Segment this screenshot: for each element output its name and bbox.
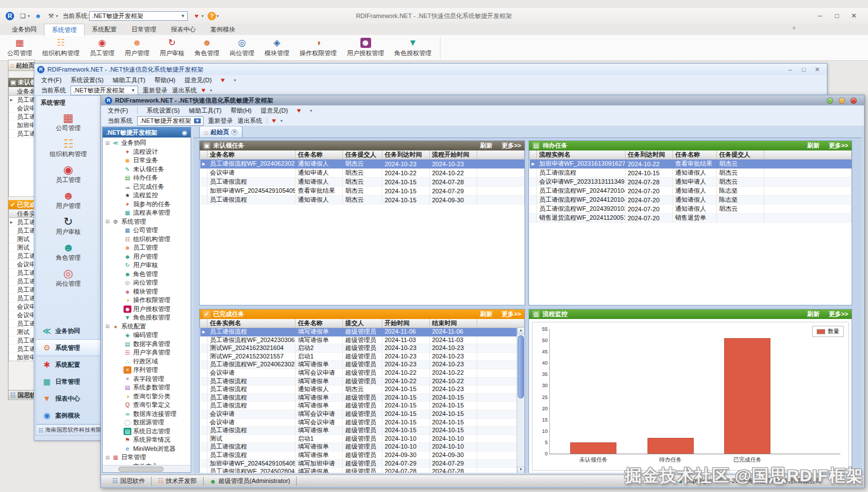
- table-row[interactable]: 员工请假流程通知请假人胡杰云2024-10-152024-09-30: [200, 196, 525, 205]
- list-item[interactable]: 员工请假流程: [9, 252, 34, 260]
- table-row[interactable]: 员工请假流程WF_202423030623...填写请假单超级管理员2024-1…: [200, 336, 525, 344]
- tree-item[interactable]: ☻ 用户管理: [103, 252, 191, 261]
- current-system-combobox[interactable]: .NET敏捷开发框架 ▼: [89, 11, 188, 21]
- menu-item[interactable]: 文件(F): [41, 76, 61, 85]
- tree-item[interactable]: ∞ 数据库连接管理: [103, 410, 191, 419]
- tree-item[interactable]: ☷ 组织机构管理: [103, 235, 191, 244]
- tree-item[interactable]: ▦ 公司管理: [103, 226, 191, 235]
- column-header[interactable]: 任务名称: [296, 150, 343, 159]
- ribbon-button[interactable]: ◎ 岗位管理: [224, 37, 259, 59]
- list-item[interactable]: 员工请假流程: [9, 269, 34, 277]
- menu-item[interactable]: 辅助工具(T): [189, 107, 222, 115]
- column-header[interactable]: 任务提交人: [717, 150, 764, 159]
- column-header[interactable]: 任务实例名: [208, 319, 296, 328]
- ribbon-button[interactable]: ◑ 操作权限管理: [294, 37, 342, 59]
- exit-button[interactable]: 退出系统: [172, 86, 197, 95]
- tree-item[interactable]: ◯ 数据源管理: [103, 418, 191, 427]
- menu-item[interactable]: 提意见(D): [184, 76, 212, 85]
- window-control-button[interactable]: □: [797, 66, 810, 73]
- sidebar-item[interactable]: ↻ 用户审核: [36, 215, 100, 236]
- column-header[interactable]: 任务提交人: [343, 150, 382, 159]
- scroll-up-icon[interactable]: ▲: [517, 327, 525, 334]
- exit-button[interactable]: 退出系统: [237, 117, 262, 125]
- ribbon-button[interactable]: ↻ 用户审核: [155, 37, 190, 59]
- table-row[interactable]: 员工请假流程填写请假单超级管理员2024-10-152024-10-15: [200, 402, 525, 410]
- table-row[interactable]: 员工请假流程填写请假单超级管理员2024-09-302024-09-30: [200, 451, 525, 459]
- titlebar-icon-button[interactable]: ? ▾: [208, 12, 219, 20]
- table-row[interactable]: ▸加班申请WF_202316130916272024-10-22查看审批结果胡杰…: [530, 159, 852, 169]
- refresh-link[interactable]: 刷新: [807, 310, 819, 318]
- table-row[interactable]: 销售退货流程WF_202411200511...2024-07-20销售退货单: [530, 214, 852, 223]
- statusbar-item[interactable]: ☷ 国思软件: [106, 477, 152, 486]
- heart-icon[interactable]: ♥: [272, 117, 276, 125]
- statusbar-item[interactable]: ☻ 超级管理员(Administrator): [204, 477, 297, 486]
- table-row[interactable]: 员工请假流程WF_202447201047...2024-07-20通知请假人陈…: [530, 187, 852, 196]
- table-row[interactable]: 测试启动1超级管理员2024-10-102024-10-10: [200, 435, 525, 443]
- list-item[interactable]: ▸ 员工请假流程: [9, 96, 34, 104]
- more-link[interactable]: 更多>>: [829, 141, 848, 150]
- column-header[interactable]: 业务名称: [208, 150, 296, 159]
- vertical-scrollbar[interactable]: ▲ ▼: [517, 327, 525, 473]
- table-row[interactable]: 员工请假流程WF_202450280450...填写请假单超级管理员2024-0…: [200, 468, 525, 473]
- list-item[interactable]: 加班申请: [9, 353, 34, 361]
- current-system-combobox[interactable]: .NET敏捷开发框架 ▼: [137, 116, 204, 126]
- tree-item[interactable]: ☻ 用户授权管理: [103, 305, 191, 314]
- tree-item[interactable]: ◑ 查询引擎分类: [103, 392, 191, 401]
- table-row[interactable]: 员工请假流程WF_202439201039...2024-07-20通知请假人胡…: [530, 205, 852, 214]
- menu-item[interactable]: 系统设置(S): [147, 107, 180, 115]
- table-row[interactable]: ▸员工请假流程填写请假单超级管理员2024-11-062024-11-06: [200, 328, 525, 336]
- ribbon-tab[interactable]: 日常管理: [124, 24, 164, 36]
- table-row[interactable]: 员工请假流程2024-10-15通知请假人胡杰云: [530, 169, 852, 178]
- window-control-button[interactable]: –: [812, 12, 829, 20]
- tree-item[interactable]: ⊟ ⚙ 系统管理: [103, 218, 191, 227]
- more-link[interactable]: 更多>>: [501, 310, 521, 318]
- close-icon[interactable]: ✕: [231, 129, 237, 135]
- table-row[interactable]: 员工请假流程填写请假单超级管理员2024-10-102024-10-10: [200, 443, 525, 451]
- tree-expander-icon[interactable]: ⊟: [105, 219, 110, 224]
- menu-item[interactable]: 帮助(H): [231, 107, 252, 115]
- list-item[interactable]: 员工请假流程: [9, 113, 34, 121]
- sidebar-item[interactable]: ☻ 角色管理: [36, 241, 100, 262]
- ribbon-button[interactable]: ☷ 组织机构管理: [37, 37, 85, 59]
- list-item[interactable]: 员工请假流程: [9, 294, 34, 303]
- sidebar-item[interactable]: ◎ 岗位管理: [36, 267, 100, 288]
- relogin-button[interactable]: 重新登录: [143, 86, 168, 95]
- scrollbar-thumb[interactable]: [118, 467, 164, 472]
- tree-item[interactable]: ☰ 用户字典管理: [103, 348, 191, 357]
- menu-item-file[interactable]: 文件(F): [108, 107, 128, 115]
- quick-access-icon[interactable]: ❏ ▾: [19, 12, 30, 20]
- list-item[interactable]: ▸ 员工请假流程: [9, 218, 34, 227]
- table-row[interactable]: 会议申请填写会议申请超级管理员2024-10-152024-10-15: [200, 410, 525, 418]
- tree-item[interactable]: ☁ 已完成任务: [103, 183, 191, 192]
- ribbon-tab[interactable]: 系统管理: [44, 24, 85, 36]
- sidebar-nav-item[interactable]: ⚙ 系统管理: [36, 339, 100, 356]
- ribbon-button[interactable]: ◈ 模块管理: [259, 37, 294, 59]
- list-item[interactable]: 测试: [9, 243, 34, 252]
- tree-item[interactable]: × 表字段管理: [103, 375, 191, 384]
- ribbon-tab[interactable]: 案例模块: [203, 24, 243, 36]
- column-header[interactable]: 结束时间: [430, 319, 477, 328]
- ribbon-tab[interactable]: 业务协同: [5, 24, 44, 36]
- scrollbar-thumb[interactable]: [518, 335, 524, 398]
- table-row[interactable]: 会议申请WF_202313131113492024-07-28通知申请人胡杰云: [530, 178, 852, 187]
- more-link[interactable]: 更多>>: [829, 310, 848, 318]
- tree-item[interactable]: ▤ 待办任务: [103, 174, 191, 183]
- tree-item[interactable]: ☻ 员工管理: [103, 243, 191, 252]
- collapse-panel-icon[interactable]: ◉: [182, 129, 187, 136]
- ribbon-tab[interactable]: 报表中心: [164, 24, 203, 36]
- table-row[interactable]: 员工请假流程通知请假人胡杰云2024-10-152024-10-23: [200, 385, 525, 394]
- table-row[interactable]: 员工请假流程填写请假单超级管理员2024-10-152024-10-15: [200, 427, 525, 435]
- table-row[interactable]: 会议申请填写会议申请超级管理员2024-10-152024-10-15: [200, 418, 525, 427]
- menu-item[interactable]: 提意见(D): [261, 107, 288, 115]
- column-header[interactable]: 任务名称: [673, 150, 717, 159]
- menu-item[interactable]: 系统设置(S): [71, 76, 104, 85]
- table-row[interactable]: 加班申请WF_20245429105405填写加班申请超级管理员2024-07-…: [200, 459, 525, 468]
- tree-item[interactable]: ▼ 角色授权管理: [103, 313, 191, 322]
- refresh-link[interactable]: 刷新: [807, 141, 819, 150]
- tree-item[interactable]: × 序列管理: [103, 366, 191, 375]
- table-row[interactable]: ▸员工请假流程WF_202406230206...通知请假人胡杰云2024-10…: [200, 159, 525, 169]
- list-item[interactable]: 员工请假流程: [9, 345, 34, 353]
- ribbon-collapse-icon[interactable]: ∧: [792, 25, 796, 30]
- sidebar-nav-item[interactable]: ▦ 日常管理: [36, 373, 100, 390]
- table-row[interactable]: 会议申请填写会议申请超级管理员2024-10-222024-10-22: [200, 369, 525, 377]
